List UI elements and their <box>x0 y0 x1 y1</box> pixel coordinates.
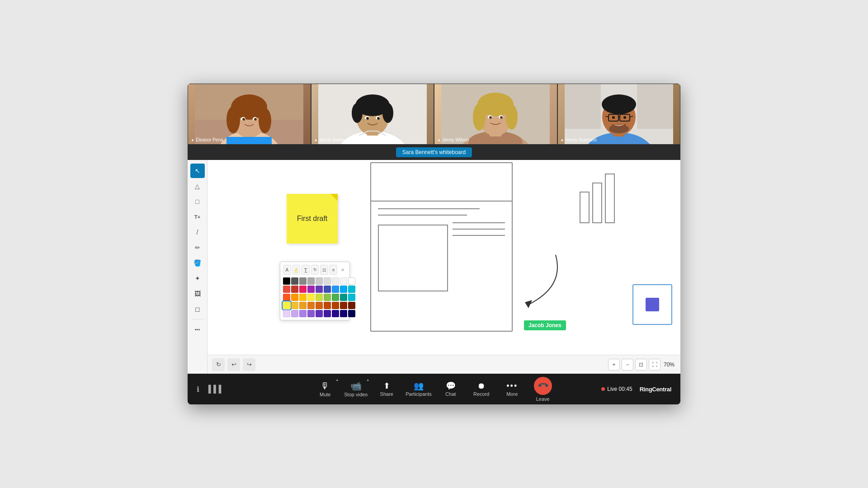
wireframe-browser <box>370 162 513 332</box>
zoom-in-btn[interactable]: + <box>608 359 620 371</box>
wf-text-line-3 <box>453 235 505 236</box>
zoom-fit-btn[interactable]: ⊡ <box>635 359 647 371</box>
video-tile-4[interactable]: ▲ Henry Guerrero <box>557 84 681 145</box>
swatch-gray5[interactable] <box>324 277 331 285</box>
swatch-lav8[interactable] <box>340 310 347 317</box>
swatch-blue1[interactable] <box>332 286 339 293</box>
ringcentral-logo: RingCentral <box>640 386 671 393</box>
swatch-purple2[interactable] <box>316 286 323 293</box>
share-button[interactable]: ⬆ Share <box>371 376 402 402</box>
swatch-indigo[interactable] <box>324 286 331 293</box>
tool-eraser[interactable]: ◻ <box>190 302 205 316</box>
swatch-amber[interactable] <box>299 294 307 301</box>
video-tile-3[interactable]: ▲ Jenny Wilson <box>434 84 557 145</box>
swatch-red2[interactable] <box>291 286 298 293</box>
swatch-cyan2[interactable] <box>348 294 355 301</box>
undo-btn[interactable]: ↩ <box>227 358 240 371</box>
swatch-lav9[interactable] <box>348 310 355 317</box>
swatch-gray2[interactable] <box>299 277 307 285</box>
record-button[interactable]: ⏺ Record <box>466 376 497 402</box>
swatch-gray4[interactable] <box>316 277 323 285</box>
color-tool-underline[interactable]: T̲ <box>302 265 310 275</box>
signal-icon-3: ▲ <box>437 138 441 142</box>
zoom-out-btn[interactable]: − <box>622 359 633 371</box>
swatch-warm2[interactable] <box>299 302 307 309</box>
tool-divider <box>191 319 204 319</box>
zoom-controls: + − ⊡ ⛶ 70% <box>608 359 676 371</box>
swatch-lightgreen[interactable] <box>324 294 331 301</box>
swatch-warm8[interactable] <box>348 302 355 309</box>
swatch-lav1[interactable] <box>283 310 290 317</box>
tool-magic[interactable]: ✦ <box>190 271 205 286</box>
tool-more-tools[interactable]: ••• <box>190 322 205 337</box>
redo-btn[interactable]: ↪ <box>243 358 255 371</box>
mute-caret[interactable]: ▲ <box>335 378 339 381</box>
swatch-teal[interactable] <box>340 294 347 301</box>
swatch-warm6[interactable] <box>332 302 339 309</box>
swatch-red1[interactable] <box>283 286 290 293</box>
swatch-white[interactable] <box>348 277 355 285</box>
video-caret[interactable]: ▲ <box>366 378 369 381</box>
tool-triangle[interactable]: △ <box>190 179 205 193</box>
swatch-lav7[interactable] <box>332 310 339 317</box>
swatch-purple1[interactable] <box>307 286 315 293</box>
sticky-note[interactable]: First draft <box>287 194 338 244</box>
swatch-warm1[interactable] <box>291 302 298 309</box>
mute-icon: 🎙 <box>321 381 330 390</box>
swatch-warm4[interactable] <box>316 302 323 309</box>
swatch-pink[interactable] <box>299 286 307 293</box>
color-tool-align[interactable]: ≡ <box>330 265 338 275</box>
swatch-black[interactable] <box>283 277 290 285</box>
rotate-btn[interactable]: ↻ <box>212 358 225 371</box>
video-tile-2[interactable]: ▲ Jacob Jones <box>311 84 434 145</box>
color-picker-close[interactable]: ✕ <box>339 265 347 275</box>
color-tool-font[interactable]: A <box>283 265 291 275</box>
participant-name-2: ▲ Jacob Jones <box>314 137 344 142</box>
swatch-blue2[interactable] <box>340 286 347 293</box>
swatch-gray7[interactable] <box>340 277 347 285</box>
color-tool-highlight[interactable]: A <box>292 265 301 275</box>
swatch-warm3[interactable] <box>307 302 315 309</box>
stop-video-button[interactable]: ▲ 📹 Stop video <box>340 376 371 402</box>
swatch-lime[interactable] <box>316 294 323 301</box>
swatch-lav6[interactable] <box>324 310 331 317</box>
swatch-gray6[interactable] <box>332 277 339 285</box>
tool-fill[interactable]: 🪣 <box>190 256 205 270</box>
more-button[interactable]: ••• More <box>497 376 528 402</box>
color-tool-copy[interactable]: ⊡ <box>320 265 328 275</box>
color-tool-tr[interactable]: Tr <box>311 265 319 275</box>
swatch-gray3[interactable] <box>307 277 315 285</box>
whiteboard-title-badge: Sara Bennett's whiteboard <box>396 147 472 157</box>
swatch-lav3[interactable] <box>299 310 307 317</box>
mute-button[interactable]: ▲ 🎙 Mute <box>310 376 340 402</box>
signal-icon-2: ▲ <box>314 138 318 142</box>
signal-bars-icon[interactable]: ▐▐▐ <box>206 385 221 393</box>
tool-select[interactable]: ↖ <box>190 164 205 178</box>
swatch-cyan[interactable] <box>348 286 355 293</box>
swatch-gray1[interactable] <box>291 277 298 285</box>
tool-line[interactable]: / <box>190 225 205 239</box>
whiteboard-canvas[interactable]: First draft A A T̲ Tr ⊡ ≡ ✕ <box>208 160 680 374</box>
swatch-lav2[interactable] <box>291 310 298 317</box>
whiteboard-bottom-bar: ↻ ↩ ↪ + − ⊡ ⛶ 70% <box>208 355 680 374</box>
participants-button[interactable]: 👥 Participants <box>402 376 435 402</box>
info-icon[interactable]: ℹ <box>197 385 199 394</box>
swatch-sticky-yellow[interactable] <box>283 302 290 309</box>
swatch-orange[interactable] <box>291 294 298 301</box>
swatch-yellow[interactable] <box>307 294 315 301</box>
tool-text[interactable]: T+ <box>190 210 205 224</box>
svg-point-52 <box>612 116 615 119</box>
swatch-lav5[interactable] <box>316 310 323 317</box>
zoom-fullscreen-btn[interactable]: ⛶ <box>649 359 660 371</box>
swatch-lav4[interactable] <box>307 310 315 317</box>
tool-image[interactable]: 🖼 <box>190 286 205 301</box>
tool-rectangle[interactable]: □ <box>190 194 205 209</box>
leave-button[interactable]: 📞 Leave <box>528 376 558 402</box>
swatch-warm5[interactable] <box>324 302 331 309</box>
swatch-green[interactable] <box>332 294 339 301</box>
swatch-warm7[interactable] <box>340 302 347 309</box>
chat-button[interactable]: 💬 Chat <box>435 376 466 402</box>
swatch-deeporange[interactable] <box>283 294 290 301</box>
video-tile-1[interactable]: ▲ Eleanor Pena <box>188 84 311 145</box>
tool-pen[interactable]: ✏ <box>190 240 205 255</box>
